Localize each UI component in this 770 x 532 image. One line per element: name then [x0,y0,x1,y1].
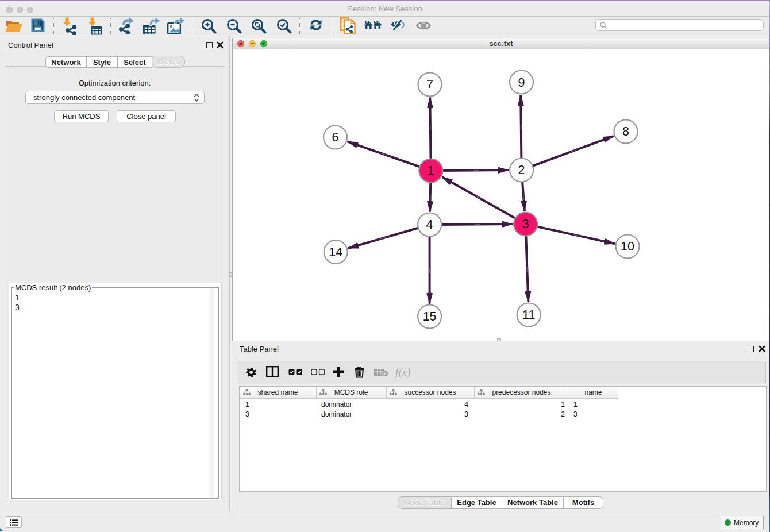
svg-text:4: 4 [426,218,433,232]
svg-text:15: 15 [423,310,437,323]
svg-text:7: 7 [426,78,433,91]
svg-text:9: 9 [518,76,525,90]
svg-text:1: 1 [428,164,434,178]
svg-text:8: 8 [622,125,629,138]
svg-text:3: 3 [522,217,529,231]
svg-text:2: 2 [518,163,525,177]
svg-text:11: 11 [522,308,535,322]
svg-text:10: 10 [621,240,634,253]
svg-text:14: 14 [329,245,342,259]
svg-text:6: 6 [332,130,339,144]
